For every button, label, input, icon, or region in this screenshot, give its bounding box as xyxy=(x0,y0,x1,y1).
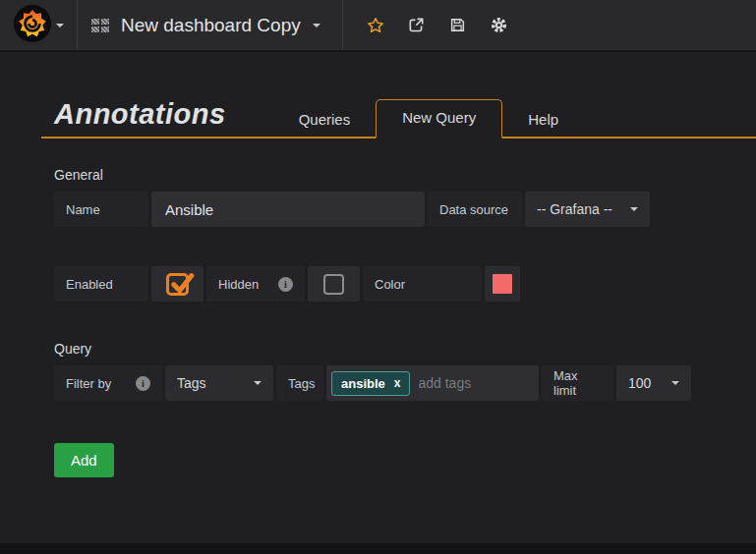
name-label: Name xyxy=(54,192,148,227)
bottom-edge xyxy=(0,543,756,554)
annotation-form: General Name Data source -- Grafana -- E… xyxy=(0,167,756,477)
tag-ansible[interactable]: ansible x xyxy=(331,371,410,396)
tab-queries[interactable]: Queries xyxy=(273,102,377,138)
tag-remove-x[interactable]: x xyxy=(394,376,401,390)
chevron-down-icon xyxy=(254,381,262,385)
filter-by-select[interactable]: Tags xyxy=(165,365,273,401)
info-icon[interactable]: i xyxy=(136,376,150,391)
tags-label: Tags xyxy=(276,365,323,401)
tab-new-query[interactable]: New Query xyxy=(376,99,502,138)
filter-by-label: Filter by xyxy=(66,376,111,391)
top-navbar: New dashboard Copy xyxy=(0,0,756,52)
star-button[interactable] xyxy=(365,15,386,36)
checkbox-checked-icon xyxy=(166,273,189,296)
enabled-label: Enabled xyxy=(54,266,148,302)
save-icon xyxy=(449,17,466,33)
page-title: Annotations xyxy=(41,98,273,137)
color-swatch xyxy=(493,274,512,294)
query-row: Filter by i Tags Tags ansible x Max limi… xyxy=(54,365,756,401)
logo-dropdown-caret-icon xyxy=(56,24,64,28)
navbar-actions xyxy=(343,0,510,50)
query-section-label: Query xyxy=(54,341,756,357)
color-label: Color xyxy=(363,266,482,302)
dashboard-dropdown-caret-icon xyxy=(313,24,320,28)
settings-button[interactable] xyxy=(489,15,510,36)
hidden-label-box: Hidden i xyxy=(206,266,305,302)
settings-gear-icon xyxy=(491,17,507,33)
chevron-down-icon xyxy=(630,207,638,211)
max-limit-selected-value: 100 xyxy=(628,375,651,391)
tag-text: ansible xyxy=(341,376,385,391)
filter-by-label-box: Filter by i xyxy=(54,365,162,401)
grafana-menu-button[interactable] xyxy=(0,0,78,50)
filter-by-selected-value: Tags xyxy=(177,375,206,391)
enabled-checkbox[interactable] xyxy=(151,266,204,302)
datasource-selected-value: -- Grafana -- xyxy=(537,201,612,217)
datasource-label: Data source xyxy=(428,192,522,227)
share-icon xyxy=(408,17,425,33)
dashboard-title: New dashboard Copy xyxy=(121,15,301,36)
name-input[interactable] xyxy=(151,192,425,227)
chevron-down-icon xyxy=(671,381,679,385)
general-section-label: General xyxy=(54,167,756,183)
tags-input-box[interactable]: ansible x xyxy=(326,365,539,401)
star-icon xyxy=(367,17,384,34)
tab-help[interactable]: Help xyxy=(502,102,584,138)
color-picker[interactable] xyxy=(485,266,520,302)
grafana-logo-icon xyxy=(13,4,52,47)
add-tags-input[interactable] xyxy=(418,375,506,391)
enabled-hidden-color-row: Enabled Hidden i Color xyxy=(54,266,756,302)
hidden-label: Hidden xyxy=(218,277,259,292)
checkbox-unchecked-icon xyxy=(323,274,344,295)
add-button[interactable]: Add xyxy=(54,443,114,477)
dashboard-title-dropdown[interactable]: New dashboard Copy xyxy=(78,0,343,50)
hidden-checkbox[interactable] xyxy=(308,266,360,302)
max-limit-label: Max limit xyxy=(542,365,613,401)
name-datasource-row: Name Data source -- Grafana -- xyxy=(54,192,756,227)
max-limit-select[interactable]: 100 xyxy=(616,365,691,401)
datasource-select[interactable]: -- Grafana -- xyxy=(525,192,650,227)
info-icon[interactable]: i xyxy=(278,277,293,292)
save-button[interactable] xyxy=(447,15,469,36)
dashboard-grid-icon xyxy=(91,19,109,32)
share-button[interactable] xyxy=(406,15,428,36)
annotations-header: Annotations Queries New Query Help xyxy=(41,98,756,138)
